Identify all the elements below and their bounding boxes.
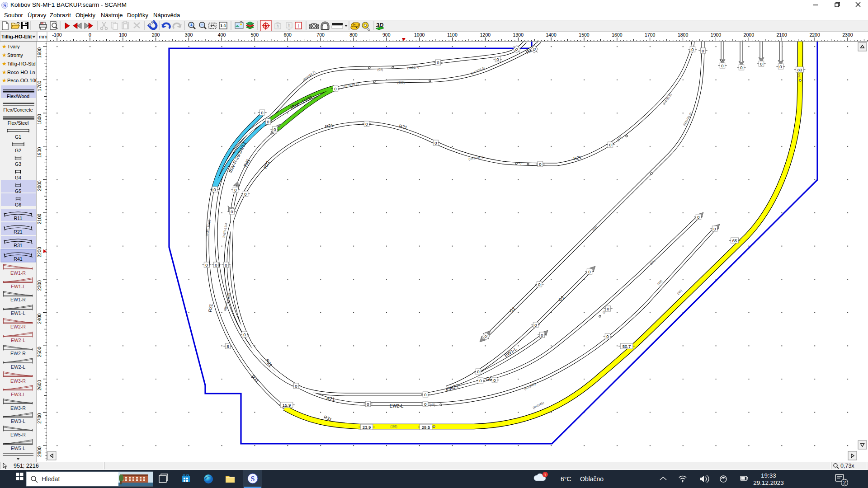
svg-text:800: 800 <box>349 32 358 38</box>
svg-text:Oblačno: Oblačno <box>580 475 604 483</box>
svg-text:★: ★ <box>2 69 7 75</box>
svg-text:EW3-L: EW3-L <box>11 392 25 397</box>
svg-text:Tillig-HO-Elit: Tillig-HO-Elit <box>1 34 32 39</box>
svg-text:1000: 1000 <box>414 32 425 38</box>
svg-text:EW2-L: EW2-L <box>11 338 25 343</box>
svg-text:0: 0 <box>243 332 245 337</box>
svg-text:0: 0 <box>295 384 297 389</box>
svg-text:0: 0 <box>539 162 541 167</box>
svg-text:G2: G2 <box>15 148 21 153</box>
svg-text:2300: 2300 <box>37 280 42 291</box>
svg-text:0: 0 <box>477 369 479 374</box>
svg-text:300: 300 <box>185 32 193 38</box>
svg-text:EW3-L: EW3-L <box>11 418 25 424</box>
svg-text:G1: G1 <box>15 134 21 140</box>
svg-text:(69): (69) <box>377 68 383 71</box>
svg-text:(163): (163) <box>390 425 397 428</box>
svg-text:0: 0 <box>697 215 699 220</box>
svg-text:1800: 1800 <box>37 114 42 125</box>
svg-text:2200: 2200 <box>37 247 42 258</box>
svg-text:G6: G6 <box>15 202 21 207</box>
svg-text:EW3-R: EW3-R <box>10 378 26 384</box>
svg-text:0: 0 <box>434 141 437 145</box>
svg-text:500: 500 <box>251 32 259 38</box>
svg-text:h: h <box>277 24 279 28</box>
svg-text:100: 100 <box>119 32 127 38</box>
svg-text:2300: 2300 <box>842 32 853 38</box>
svg-text:0: 0 <box>702 48 704 53</box>
svg-text:0: 0 <box>713 226 716 231</box>
svg-text:S: S <box>3 3 6 8</box>
svg-text:0: 0 <box>779 64 782 69</box>
svg-text:(44): (44) <box>430 403 435 407</box>
svg-text:0: 0 <box>205 263 208 267</box>
svg-text:65: 65 <box>732 238 737 243</box>
svg-text:EW1-L: EW1-L <box>11 284 25 289</box>
svg-text:0: 0 <box>215 263 217 267</box>
svg-text:G3: G3 <box>15 161 21 167</box>
svg-text:0: 0 <box>606 334 609 339</box>
svg-text:6°C: 6°C <box>561 475 571 483</box>
svg-text:0: 0 <box>367 402 369 407</box>
svg-text:1200: 1200 <box>480 32 491 38</box>
svg-text:EW2-L: EW2-L <box>11 364 25 370</box>
svg-text:G5: G5 <box>15 188 21 194</box>
svg-text:3D: 3D <box>376 22 384 28</box>
svg-text:50,7: 50,7 <box>623 344 631 349</box>
svg-text:1500: 1500 <box>579 32 590 38</box>
svg-text:0: 0 <box>437 60 439 65</box>
svg-text:1900: 1900 <box>37 147 42 158</box>
svg-text:EW2-R: EW2-R <box>10 324 26 329</box>
svg-text:1300: 1300 <box>513 32 524 38</box>
svg-text:Flex/Wood: Flex/Wood <box>7 94 29 99</box>
svg-text:Tillig-HO-Std: Tillig-HO-Std <box>7 61 36 66</box>
svg-text:2400: 2400 <box>37 313 42 324</box>
svg-text:2700: 2700 <box>37 413 42 424</box>
svg-text:0: 0 <box>541 333 543 338</box>
svg-text:0: 0 <box>740 65 742 70</box>
svg-text:0: 0 <box>496 57 499 62</box>
svg-text:R21: R21 <box>14 229 22 235</box>
svg-text:0: 0 <box>538 282 540 287</box>
svg-text:2500: 2500 <box>37 347 42 357</box>
svg-text:1800: 1800 <box>678 32 689 38</box>
svg-text:15,9: 15,9 <box>283 403 291 408</box>
svg-text:29.12.2023: 29.12.2023 <box>753 479 784 486</box>
svg-text:0: 0 <box>244 192 246 197</box>
svg-text:0: 0 <box>261 110 263 115</box>
svg-text:2100: 2100 <box>37 214 42 225</box>
svg-text:2000: 2000 <box>37 180 42 191</box>
svg-text:-100: -100 <box>52 32 62 38</box>
svg-text:EW1-R: EW1-R <box>10 270 26 276</box>
svg-text:0: 0 <box>534 323 537 328</box>
svg-text:R21: R21 <box>326 396 335 402</box>
svg-text:mm: mm <box>39 34 47 39</box>
svg-text:EW5-R: EW5-R <box>10 432 26 437</box>
svg-text:0: 0 <box>334 86 336 91</box>
svg-text:0: 0 <box>493 378 495 383</box>
svg-text:Tvary: Tvary <box>7 44 20 49</box>
svg-text:EW2-R: EW2-R <box>10 351 26 356</box>
svg-text:600: 600 <box>283 32 292 38</box>
svg-text:(72): (72) <box>516 161 521 165</box>
svg-text:1700: 1700 <box>37 80 42 91</box>
svg-text:0: 0 <box>691 47 693 52</box>
svg-text:19:33: 19:33 <box>761 472 776 479</box>
svg-text:R41: R41 <box>14 256 22 262</box>
svg-text:G4: G4 <box>15 175 21 180</box>
svg-text:S: S <box>251 475 255 483</box>
svg-text:0: 0 <box>721 63 723 68</box>
svg-text:0: 0 <box>274 127 276 132</box>
svg-text:EW1-L: EW1-L <box>11 310 25 316</box>
svg-text:Roco-HO-Ln: Roco-HO-Ln <box>7 70 35 75</box>
svg-text:b: b <box>264 24 267 28</box>
svg-text:2: 2 <box>843 480 846 485</box>
svg-text:−: − <box>201 22 203 28</box>
svg-text:8: 8 <box>226 344 229 349</box>
svg-text:G6: G6 <box>486 377 492 382</box>
svg-text:0: 0 <box>365 122 368 127</box>
svg-text:2800: 2800 <box>37 446 42 457</box>
svg-text:0: 0 <box>588 269 590 274</box>
svg-text:★: ★ <box>2 52 7 58</box>
svg-text:0: 0 <box>267 119 269 124</box>
